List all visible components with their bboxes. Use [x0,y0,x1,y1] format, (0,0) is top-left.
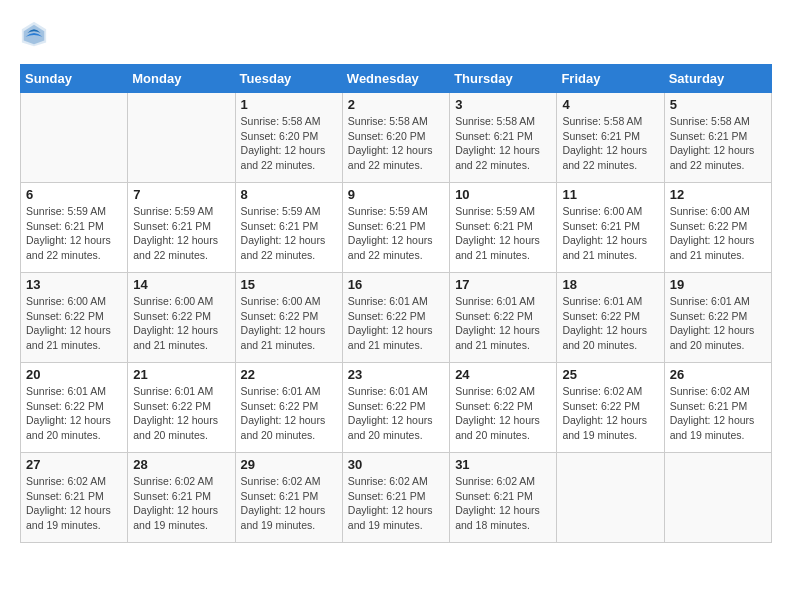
day-info: Sunrise: 6:02 AM Sunset: 6:21 PM Dayligh… [670,384,766,443]
day-info: Sunrise: 6:02 AM Sunset: 6:21 PM Dayligh… [455,474,551,533]
day-number: 26 [670,367,766,382]
calendar-cell [557,453,664,543]
day-info: Sunrise: 6:01 AM Sunset: 6:22 PM Dayligh… [670,294,766,353]
weekday-header-row: SundayMondayTuesdayWednesdayThursdayFrid… [21,65,772,93]
day-number: 12 [670,187,766,202]
day-info: Sunrise: 5:59 AM Sunset: 6:21 PM Dayligh… [348,204,444,263]
day-number: 22 [241,367,337,382]
day-info: Sunrise: 6:01 AM Sunset: 6:22 PM Dayligh… [26,384,122,443]
day-info: Sunrise: 6:02 AM Sunset: 6:21 PM Dayligh… [26,474,122,533]
week-row-1: 1Sunrise: 5:58 AM Sunset: 6:20 PM Daylig… [21,93,772,183]
day-number: 30 [348,457,444,472]
week-row-3: 13Sunrise: 6:00 AM Sunset: 6:22 PM Dayli… [21,273,772,363]
weekday-header-saturday: Saturday [664,65,771,93]
day-number: 25 [562,367,658,382]
calendar-cell: 7Sunrise: 5:59 AM Sunset: 6:21 PM Daylig… [128,183,235,273]
logo-icon [20,20,48,48]
calendar-cell: 20Sunrise: 6:01 AM Sunset: 6:22 PM Dayli… [21,363,128,453]
day-info: Sunrise: 5:59 AM Sunset: 6:21 PM Dayligh… [455,204,551,263]
day-info: Sunrise: 6:00 AM Sunset: 6:22 PM Dayligh… [26,294,122,353]
calendar-cell: 15Sunrise: 6:00 AM Sunset: 6:22 PM Dayli… [235,273,342,363]
day-info: Sunrise: 6:01 AM Sunset: 6:22 PM Dayligh… [562,294,658,353]
day-number: 13 [26,277,122,292]
calendar-cell: 18Sunrise: 6:01 AM Sunset: 6:22 PM Dayli… [557,273,664,363]
calendar-cell: 3Sunrise: 5:58 AM Sunset: 6:21 PM Daylig… [450,93,557,183]
calendar-cell: 14Sunrise: 6:00 AM Sunset: 6:22 PM Dayli… [128,273,235,363]
day-info: Sunrise: 6:01 AM Sunset: 6:22 PM Dayligh… [348,294,444,353]
day-info: Sunrise: 5:58 AM Sunset: 6:20 PM Dayligh… [241,114,337,173]
day-number: 20 [26,367,122,382]
day-info: Sunrise: 6:02 AM Sunset: 6:22 PM Dayligh… [455,384,551,443]
calendar-cell: 4Sunrise: 5:58 AM Sunset: 6:21 PM Daylig… [557,93,664,183]
calendar-cell: 5Sunrise: 5:58 AM Sunset: 6:21 PM Daylig… [664,93,771,183]
logo [20,20,52,48]
day-info: Sunrise: 6:02 AM Sunset: 6:21 PM Dayligh… [241,474,337,533]
day-number: 8 [241,187,337,202]
day-info: Sunrise: 5:58 AM Sunset: 6:21 PM Dayligh… [670,114,766,173]
day-info: Sunrise: 6:00 AM Sunset: 6:22 PM Dayligh… [670,204,766,263]
day-number: 17 [455,277,551,292]
calendar-cell: 22Sunrise: 6:01 AM Sunset: 6:22 PM Dayli… [235,363,342,453]
day-number: 14 [133,277,229,292]
calendar-cell: 26Sunrise: 6:02 AM Sunset: 6:21 PM Dayli… [664,363,771,453]
weekday-header-tuesday: Tuesday [235,65,342,93]
calendar-cell: 16Sunrise: 6:01 AM Sunset: 6:22 PM Dayli… [342,273,449,363]
week-row-2: 6Sunrise: 5:59 AM Sunset: 6:21 PM Daylig… [21,183,772,273]
day-number: 5 [670,97,766,112]
calendar-cell: 17Sunrise: 6:01 AM Sunset: 6:22 PM Dayli… [450,273,557,363]
calendar-cell: 10Sunrise: 5:59 AM Sunset: 6:21 PM Dayli… [450,183,557,273]
day-number: 15 [241,277,337,292]
calendar-cell: 12Sunrise: 6:00 AM Sunset: 6:22 PM Dayli… [664,183,771,273]
weekday-header-thursday: Thursday [450,65,557,93]
day-info: Sunrise: 6:02 AM Sunset: 6:21 PM Dayligh… [133,474,229,533]
day-number: 24 [455,367,551,382]
week-row-5: 27Sunrise: 6:02 AM Sunset: 6:21 PM Dayli… [21,453,772,543]
calendar-cell: 21Sunrise: 6:01 AM Sunset: 6:22 PM Dayli… [128,363,235,453]
calendar-cell: 6Sunrise: 5:59 AM Sunset: 6:21 PM Daylig… [21,183,128,273]
day-info: Sunrise: 5:59 AM Sunset: 6:21 PM Dayligh… [241,204,337,263]
calendar-cell: 9Sunrise: 5:59 AM Sunset: 6:21 PM Daylig… [342,183,449,273]
day-number: 7 [133,187,229,202]
day-info: Sunrise: 5:58 AM Sunset: 6:20 PM Dayligh… [348,114,444,173]
calendar-cell: 11Sunrise: 6:00 AM Sunset: 6:21 PM Dayli… [557,183,664,273]
day-info: Sunrise: 6:02 AM Sunset: 6:21 PM Dayligh… [348,474,444,533]
calendar-cell [664,453,771,543]
calendar-cell: 27Sunrise: 6:02 AM Sunset: 6:21 PM Dayli… [21,453,128,543]
day-info: Sunrise: 5:59 AM Sunset: 6:21 PM Dayligh… [133,204,229,263]
week-row-4: 20Sunrise: 6:01 AM Sunset: 6:22 PM Dayli… [21,363,772,453]
calendar-cell: 19Sunrise: 6:01 AM Sunset: 6:22 PM Dayli… [664,273,771,363]
day-number: 11 [562,187,658,202]
day-info: Sunrise: 6:02 AM Sunset: 6:22 PM Dayligh… [562,384,658,443]
day-number: 19 [670,277,766,292]
day-number: 21 [133,367,229,382]
day-info: Sunrise: 6:00 AM Sunset: 6:21 PM Dayligh… [562,204,658,263]
day-info: Sunrise: 6:01 AM Sunset: 6:22 PM Dayligh… [241,384,337,443]
day-info: Sunrise: 5:58 AM Sunset: 6:21 PM Dayligh… [455,114,551,173]
day-number: 27 [26,457,122,472]
calendar-cell: 29Sunrise: 6:02 AM Sunset: 6:21 PM Dayli… [235,453,342,543]
calendar-table: SundayMondayTuesdayWednesdayThursdayFrid… [20,64,772,543]
day-number: 29 [241,457,337,472]
day-number: 28 [133,457,229,472]
day-number: 23 [348,367,444,382]
calendar-cell: 25Sunrise: 6:02 AM Sunset: 6:22 PM Dayli… [557,363,664,453]
day-info: Sunrise: 6:00 AM Sunset: 6:22 PM Dayligh… [133,294,229,353]
day-number: 10 [455,187,551,202]
calendar-cell: 8Sunrise: 5:59 AM Sunset: 6:21 PM Daylig… [235,183,342,273]
day-number: 31 [455,457,551,472]
calendar-cell: 30Sunrise: 6:02 AM Sunset: 6:21 PM Dayli… [342,453,449,543]
calendar-cell: 31Sunrise: 6:02 AM Sunset: 6:21 PM Dayli… [450,453,557,543]
day-number: 6 [26,187,122,202]
day-number: 1 [241,97,337,112]
day-info: Sunrise: 6:01 AM Sunset: 6:22 PM Dayligh… [348,384,444,443]
calendar-cell: 24Sunrise: 6:02 AM Sunset: 6:22 PM Dayli… [450,363,557,453]
calendar-cell [21,93,128,183]
weekday-header-monday: Monday [128,65,235,93]
day-info: Sunrise: 5:58 AM Sunset: 6:21 PM Dayligh… [562,114,658,173]
calendar-cell: 1Sunrise: 5:58 AM Sunset: 6:20 PM Daylig… [235,93,342,183]
calendar-cell: 13Sunrise: 6:00 AM Sunset: 6:22 PM Dayli… [21,273,128,363]
page-header [20,20,772,48]
day-info: Sunrise: 5:59 AM Sunset: 6:21 PM Dayligh… [26,204,122,263]
calendar-cell: 23Sunrise: 6:01 AM Sunset: 6:22 PM Dayli… [342,363,449,453]
day-info: Sunrise: 6:00 AM Sunset: 6:22 PM Dayligh… [241,294,337,353]
